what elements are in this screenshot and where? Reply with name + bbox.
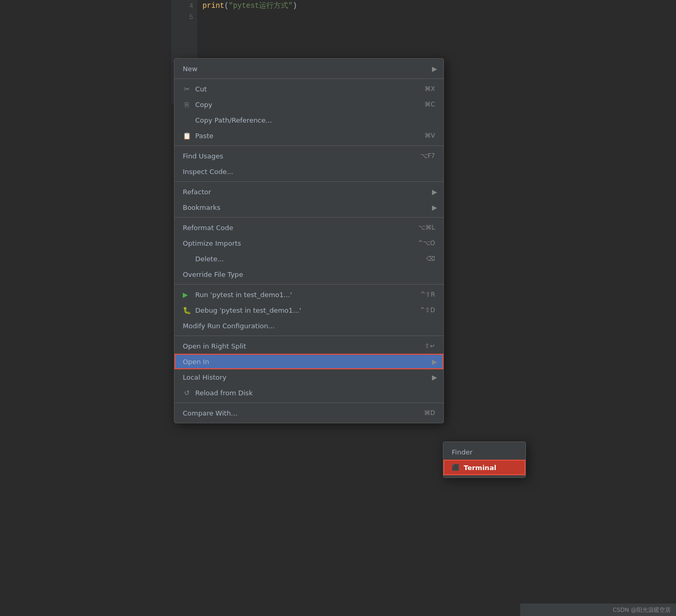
menu-item-reformat[interactable]: Reformat Code ⌥⌘L [174, 220, 443, 235]
line-num-4: 4 [171, 0, 197, 11]
menu-item-label: Cut [195, 85, 207, 93]
submenu-open-in: Finder ⬛ Terminal [443, 441, 526, 478]
menu-separator-7 [174, 403, 443, 403]
submenu-item-finder[interactable]: Finder [443, 444, 525, 460]
reformat-shortcut: ⌥⌘L [418, 224, 435, 231]
code-line-4: print ( "pytest运行方式" ) [202, 0, 671, 11]
terminal-icon: ⬛ [452, 464, 459, 471]
code-keyword: print [202, 2, 224, 10]
run-icon: ▶ [183, 291, 191, 299]
menu-item-label: Copy [195, 101, 212, 109]
submenu-arrow-icon: ▶ [432, 204, 437, 211]
submenu-arrow-icon: ▶ [432, 373, 437, 381]
reload-icon: ↺ [183, 389, 191, 397]
copy-shortcut: ⌘C [425, 101, 435, 108]
menu-item-bookmarks[interactable]: Bookmarks ▶ [174, 199, 443, 215]
menu-item-new[interactable]: New ▶ [174, 61, 443, 76]
scissors-icon: ✂ [183, 85, 191, 93]
menu-item-label: Optimize Imports [183, 239, 241, 247]
menu-item-label: Reformat Code [183, 224, 233, 232]
menu-separator-1 [174, 78, 443, 79]
menu-item-compare[interactable]: Compare With... ⌘D [174, 405, 443, 421]
submenu-arrow-icon: ▶ [432, 358, 437, 366]
menu-item-label: Override File Type [183, 271, 243, 278]
paste-shortcut: ⌘V [425, 132, 435, 139]
menu-item-label: Modify Run Configuration... [183, 322, 275, 330]
code-line-5 [202, 11, 671, 23]
menu-item-label: Debug 'pytest in test_demo1...' [195, 306, 301, 314]
menu-item-open-in[interactable]: Open In ▶ [174, 354, 443, 369]
code-paren: ( [224, 2, 228, 10]
copy-icon: ⎘ [183, 101, 191, 109]
menu-item-label: Local History [183, 373, 226, 381]
submenu-item-label: Terminal [464, 464, 496, 472]
delete-shortcut: ⌫ [426, 255, 435, 262]
code-string: "pytest运行方式" [228, 1, 292, 10]
paste-icon: 📋 [183, 132, 191, 140]
menu-item-label: New [183, 65, 197, 73]
debug-icon: 🐛 [183, 306, 191, 314]
menu-item-reload-disk[interactable]: ↺ Reload from Disk [174, 385, 443, 400]
menu-item-label: Find Usages [183, 152, 223, 160]
menu-item-inspect-code[interactable]: Inspect Code... [174, 164, 443, 179]
find-usages-shortcut: ⌥F7 [421, 152, 435, 159]
bottom-bar: CSDN @阳光温暖空居 [520, 604, 676, 616]
submenu-arrow-icon: ▶ [432, 188, 437, 196]
menu-item-debug[interactable]: 🐛 Debug 'pytest in test_demo1...' ^⇧D [174, 302, 443, 318]
menu-item-label: Reload from Disk [195, 389, 253, 397]
menu-separator-2 [174, 145, 443, 146]
menu-item-paste[interactable]: 📋 Paste ⌘V [174, 128, 443, 143]
menu-item-label: Delete... [195, 255, 224, 263]
context-menu: New ▶ ✂ Cut ⌘X ⎘ Copy ⌘C Copy Path/Refer… [174, 58, 444, 423]
menu-separator-5 [174, 284, 443, 285]
menu-separator-3 [174, 181, 443, 182]
run-shortcut: ^⇧R [421, 291, 435, 298]
bottom-bar-text: CSDN @阳光温暖空居 [613, 606, 671, 614]
menu-separator-6 [174, 336, 443, 336]
menu-item-open-right-split[interactable]: Open in Right Split ⇧↵ [174, 338, 443, 354]
menu-item-copy[interactable]: ⎘ Copy ⌘C [174, 97, 443, 112]
menu-item-label: Compare With... [183, 409, 237, 417]
menu-item-override-file-type[interactable]: Override File Type [174, 266, 443, 282]
code-paren: ) [293, 2, 297, 10]
optimize-shortcut: ^⌥O [418, 239, 435, 247]
menu-item-label: Refactor [183, 188, 211, 196]
menu-item-copy-path[interactable]: Copy Path/Reference... [174, 112, 443, 128]
menu-item-label: Open In [183, 358, 209, 366]
menu-item-modify-run[interactable]: Modify Run Configuration... [174, 318, 443, 333]
menu-item-label: Bookmarks [183, 204, 221, 211]
code-area: print ( "pytest运行方式" ) [197, 0, 676, 68]
menu-separator-4 [174, 217, 443, 218]
menu-item-run[interactable]: ▶ Run 'pytest in test_demo1...' ^⇧R [174, 287, 443, 302]
menu-item-local-history[interactable]: Local History ▶ [174, 369, 443, 385]
cut-shortcut: ⌘X [425, 85, 435, 92]
submenu-arrow-icon: ▶ [432, 65, 437, 73]
menu-item-find-usages[interactable]: Find Usages ⌥F7 [174, 148, 443, 164]
line-num-5: 5 [171, 11, 197, 23]
debug-shortcut: ^⇧D [420, 306, 435, 314]
menu-item-delete[interactable]: Delete... ⌫ [174, 251, 443, 266]
menu-item-label: Open in Right Split [183, 342, 246, 350]
menu-item-label: Copy Path/Reference... [195, 116, 272, 124]
menu-item-optimize-imports[interactable]: Optimize Imports ^⌥O [174, 235, 443, 251]
menu-item-refactor[interactable]: Refactor ▶ [174, 184, 443, 199]
compare-shortcut: ⌘D [424, 409, 435, 417]
menu-item-label: Paste [195, 132, 213, 140]
open-right-shortcut: ⇧↵ [425, 342, 435, 350]
menu-item-label: Run 'pytest in test_demo1...' [195, 291, 292, 299]
menu-item-label: Inspect Code... [183, 168, 233, 176]
submenu-item-label: Finder [452, 448, 472, 456]
menu-item-cut[interactable]: ✂ Cut ⌘X [174, 81, 443, 97]
submenu-item-terminal[interactable]: ⬛ Terminal [443, 460, 525, 475]
